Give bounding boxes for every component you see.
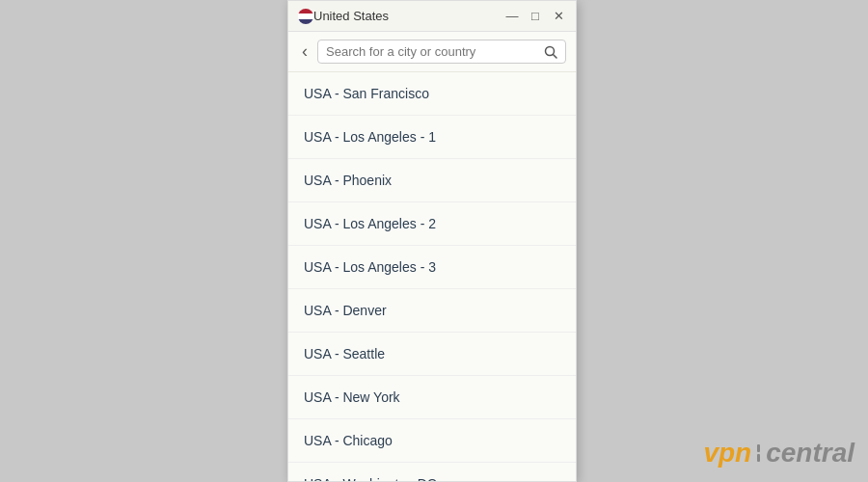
close-button[interactable]: ✕ [551, 9, 566, 24]
list-item[interactable]: USA - Chicago [288, 419, 576, 463]
brand-vpn: vpn [703, 438, 751, 469]
app-window: United States — □ ✕ ‹ USA - San Francisc… [287, 0, 577, 482]
list-item-label: USA - San Francisco [304, 86, 429, 101]
list-item[interactable]: USA - Seattle [288, 333, 576, 376]
list-item-label: USA - Los Angeles - 1 [304, 129, 436, 145]
brand-separator-group [757, 444, 760, 462]
list-item[interactable]: USA - San Francisco [288, 72, 576, 116]
search-icon [544, 45, 557, 59]
list-item-label: USA - Los Angeles - 3 [304, 259, 436, 275]
brand-line-bottom [757, 454, 760, 462]
search-button[interactable] [544, 45, 557, 59]
search-input[interactable] [326, 44, 538, 59]
window-title: United States [313, 9, 504, 23]
list-item-label: USA - Los Angeles - 2 [304, 216, 436, 231]
search-bar: ‹ [288, 32, 576, 72]
title-bar: United States — □ ✕ [288, 1, 576, 32]
back-button[interactable]: ‹ [298, 40, 312, 64]
list-item[interactable]: USA - New York [288, 376, 576, 419]
list-item[interactable]: USA - Los Angeles - 2 [288, 202, 576, 246]
list-item[interactable]: USA - Washington DC [288, 463, 576, 481]
branding: vpn central [703, 438, 854, 469]
list-item-label: USA - Phoenix [304, 173, 392, 188]
list-item[interactable]: USA - Phoenix [288, 159, 576, 202]
list-item[interactable]: USA - Denver [288, 289, 576, 333]
search-input-wrapper [317, 40, 566, 64]
list-item[interactable]: USA - Los Angeles - 3 [288, 246, 576, 289]
brand-line-top [757, 444, 760, 452]
list-item-label: USA - Seattle [304, 346, 385, 362]
minimize-button[interactable]: — [504, 9, 520, 24]
list-item-label: USA - Denver [304, 303, 387, 318]
brand-central: central [766, 438, 854, 469]
flag-icon [298, 9, 313, 24]
location-list[interactable]: USA - San FranciscoUSA - Los Angeles - 1… [288, 72, 576, 481]
list-item-label: USA - New York [304, 389, 400, 405]
window-controls: — □ ✕ [504, 9, 566, 24]
maximize-button[interactable]: □ [528, 9, 543, 24]
list-item-label: USA - Chicago [304, 433, 393, 448]
list-item[interactable]: USA - Los Angeles - 1 [288, 116, 576, 159]
svg-line-1 [554, 54, 557, 58]
list-item-label: USA - Washington DC [304, 476, 437, 481]
